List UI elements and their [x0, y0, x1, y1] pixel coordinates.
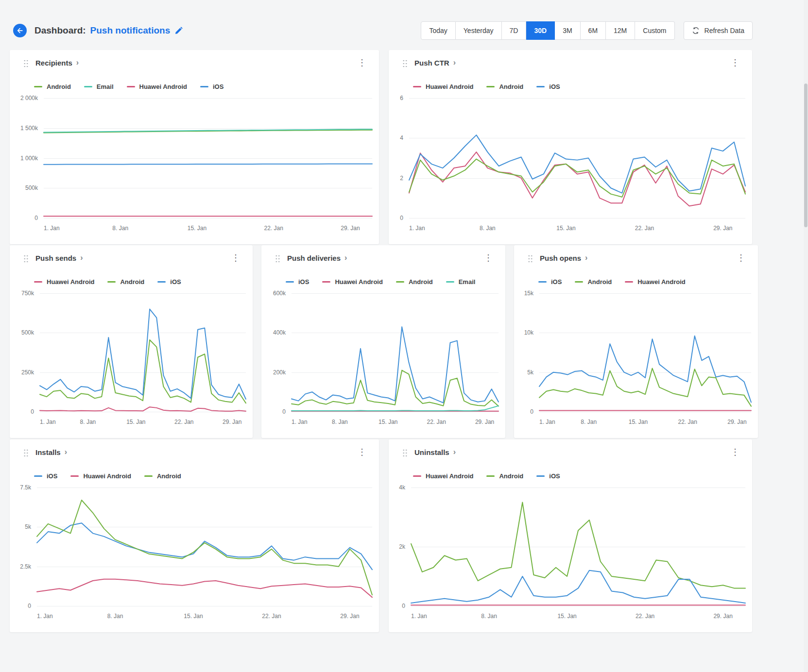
- scrollbar-track[interactable]: [804, 0, 808, 672]
- series-line-ios: [44, 164, 372, 164]
- card-menu-button[interactable]: ⋮: [229, 253, 242, 262]
- legend-swatch: [486, 475, 495, 477]
- chevron-right-icon: ›: [65, 448, 67, 456]
- legend-item-huawei-android[interactable]: Huawei Android: [625, 278, 685, 286]
- range-button-today[interactable]: Today: [421, 21, 455, 40]
- legend-swatch: [575, 281, 583, 283]
- x-axis-label: 15. Jan: [629, 419, 648, 425]
- dashboard-name-link[interactable]: Push notifications: [90, 25, 171, 36]
- card-push-deliveries: Push deliveries › ⋮ iOSHuawei AndroidAnd…: [261, 245, 505, 438]
- x-axis-label: 1. Jan: [411, 613, 427, 620]
- x-axis-label: 22. Jan: [635, 225, 654, 232]
- legend-item-huawei-android[interactable]: Huawei Android: [127, 83, 187, 90]
- legend-item-email[interactable]: Email: [84, 83, 114, 90]
- range-button-12m[interactable]: 12M: [606, 21, 635, 40]
- legend-label: Android: [157, 472, 181, 480]
- legend-item-ios[interactable]: iOS: [34, 472, 57, 480]
- card-title-uninstalls[interactable]: Uninstalls: [414, 448, 449, 456]
- card-menu-button[interactable]: ⋮: [356, 58, 368, 67]
- y-axis: 7.5k5k2.5k0: [16, 487, 37, 606]
- legend-item-ios[interactable]: iOS: [200, 83, 223, 90]
- legend-item-email[interactable]: Email: [446, 278, 476, 286]
- grid-line: [409, 218, 745, 218]
- range-button-yesterday[interactable]: Yesterday: [456, 21, 502, 40]
- chart-legend: Huawei AndroidAndroidiOS: [389, 75, 752, 92]
- chart-legend: iOSHuawei AndroidAndroid: [10, 465, 379, 482]
- legend-item-ios[interactable]: iOS: [286, 278, 309, 286]
- card-menu-button[interactable]: ⋮: [729, 448, 741, 456]
- range-button-30d[interactable]: 30D: [526, 21, 555, 40]
- x-axis-label: 29. Jan: [727, 419, 746, 425]
- y-axis-label: 500k: [25, 185, 38, 191]
- legend-item-huawei-android[interactable]: Huawei Android: [322, 278, 382, 286]
- series-line-ios: [40, 309, 246, 399]
- card-title-recipients[interactable]: Recipients: [35, 59, 72, 67]
- y-axis-label: 15k: [524, 290, 533, 297]
- y-axis-label: 1 500k: [20, 125, 38, 132]
- x-axis: 1. Jan8. Jan15. Jan22. Jan29. Jan: [40, 416, 246, 426]
- card-menu-button[interactable]: ⋮: [482, 253, 495, 262]
- series-line-ios: [539, 336, 751, 403]
- drag-handle-icon[interactable]: [23, 448, 29, 456]
- range-button-custom[interactable]: Custom: [635, 21, 674, 40]
- grid-line: [44, 218, 372, 218]
- legend-item-huawei-android[interactable]: Huawei Android: [413, 472, 473, 480]
- refresh-data-button[interactable]: Refresh Data: [684, 21, 753, 40]
- chevron-right-icon: ›: [80, 253, 83, 262]
- drag-handle-icon[interactable]: [23, 254, 29, 262]
- drag-handle-icon[interactable]: [402, 59, 408, 67]
- plot-area: [44, 98, 372, 218]
- legend-label: Huawei Android: [139, 83, 187, 90]
- card-title-push-ctr[interactable]: Push CTR: [414, 59, 449, 67]
- x-axis-label: 8. Jan: [332, 419, 348, 425]
- y-axis: 600k400k200k0: [267, 293, 292, 412]
- card-header: Push sends › ⋮: [10, 245, 253, 270]
- y-axis-label: 2k: [399, 543, 405, 550]
- card-title-push-deliveries[interactable]: Push deliveries: [287, 254, 341, 262]
- back-button[interactable]: [13, 24, 27, 37]
- edit-pencil-icon[interactable]: [175, 27, 183, 34]
- range-button-3m[interactable]: 3M: [555, 21, 580, 40]
- legend-item-huawei-android[interactable]: Huawei Android: [34, 278, 94, 286]
- legend-item-android[interactable]: Android: [486, 472, 523, 480]
- range-button-6m[interactable]: 6M: [581, 21, 606, 40]
- card-title-push-opens[interactable]: Push opens: [540, 254, 581, 262]
- legend-item-android[interactable]: Android: [486, 83, 523, 90]
- grid-line: [40, 412, 246, 412]
- legend-item-android[interactable]: Android: [396, 278, 433, 286]
- legend-item-ios[interactable]: iOS: [538, 278, 562, 286]
- legend-item-ios[interactable]: iOS: [536, 472, 560, 480]
- drag-handle-icon[interactable]: [275, 254, 280, 262]
- legend-item-huawei-android[interactable]: Huawei Android: [413, 83, 473, 90]
- dashboard-page: Dashboard: Push notifications Today Yest…: [0, 0, 808, 672]
- x-axis-label: 29. Jan: [223, 419, 241, 425]
- legend-item-android[interactable]: Android: [575, 278, 612, 286]
- card-push-ctr: Push CTR › ⋮ Huawei AndroidAndroidiOS 64…: [389, 50, 752, 244]
- scrollbar-thumb[interactable]: [804, 84, 808, 227]
- x-axis-label: 8. Jan: [480, 225, 496, 232]
- legend-label: iOS: [549, 472, 560, 480]
- drag-handle-icon[interactable]: [528, 254, 533, 262]
- y-axis-label: 0: [530, 408, 533, 415]
- legend-label: iOS: [213, 83, 223, 90]
- drag-handle-icon[interactable]: [23, 59, 29, 67]
- card-menu-button[interactable]: ⋮: [356, 448, 368, 456]
- legend-item-ios[interactable]: iOS: [536, 83, 560, 90]
- legend-item-ios[interactable]: iOS: [157, 278, 181, 286]
- card-menu-button[interactable]: ⋮: [735, 253, 747, 262]
- chevron-right-icon: ›: [453, 448, 456, 456]
- legend-swatch: [486, 86, 495, 87]
- legend-item-android[interactable]: Android: [34, 83, 71, 90]
- legend-label: Android: [587, 278, 612, 286]
- legend-item-android[interactable]: Android: [107, 278, 144, 286]
- range-button-7d[interactable]: 7D: [502, 21, 527, 40]
- legend-item-huawei-android[interactable]: Huawei Android: [70, 472, 131, 480]
- drag-handle-icon[interactable]: [402, 448, 408, 456]
- x-axis-label: 22. Jan: [264, 225, 283, 232]
- legend-item-android[interactable]: Android: [144, 472, 181, 480]
- card-title-installs[interactable]: Installs: [35, 448, 61, 456]
- refresh-icon: [692, 27, 700, 34]
- card-menu-button[interactable]: ⋮: [729, 58, 741, 67]
- card-title-push-sends[interactable]: Push sends: [35, 254, 76, 262]
- topbar: Dashboard: Push notifications Today Yest…: [13, 20, 753, 41]
